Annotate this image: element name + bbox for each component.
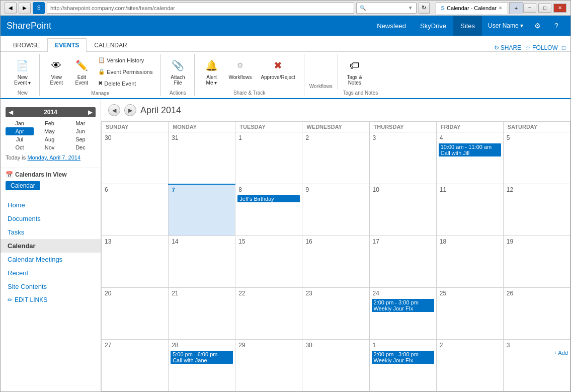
day-apr-20[interactable]: 20 [102,288,169,340]
day-may-3[interactable]: 3 + Add [503,340,570,391]
day-apr-5[interactable]: 5 [503,132,570,184]
mini-cal-nov[interactable]: Nov [34,143,65,151]
maximize-button[interactable]: □ [538,4,551,13]
edit-event-button[interactable]: ✏️ EditEvent [70,55,93,88]
day-apr-25[interactable]: 25 [436,288,503,340]
day-apr-22[interactable]: 22 [235,288,302,340]
day-apr-21[interactable]: 21 [169,288,235,340]
forward-button[interactable]: ▶ [19,2,31,14]
day-apr-17[interactable]: 17 [369,236,436,288]
mini-cal-apr[interactable]: Apr [6,127,34,135]
day-mar-31[interactable]: 31 [169,132,235,184]
day-apr-7-today[interactable]: 7 [169,184,235,236]
day-apr-14[interactable]: 14 [169,236,235,288]
day-apr-1[interactable]: 1 [235,132,302,184]
day-apr-30[interactable]: 30 [302,340,369,391]
day-apr-4[interactable]: 4 10:00 am - 11:00 am Call with Jill [436,132,503,184]
nav-sites[interactable]: Sites [453,16,482,36]
cal-prev-button[interactable]: ◀ [108,104,120,116]
workflows-button[interactable]: ⚙ Workflows [225,55,255,83]
mini-cal-jan[interactable]: Jan [6,119,34,127]
event-jeffs-birthday[interactable]: Jeff's Birthday [237,195,300,202]
day-mar-30[interactable]: 30 [102,132,169,184]
address-bar[interactable]: http://sharepoint.company.com/sites/team… [47,3,354,14]
day-apr-2[interactable]: 2 [302,132,369,184]
approve-reject-button[interactable]: ✖ Approve/Reject [257,55,298,83]
active-tab[interactable]: S Calendar - Calendar ✕ [436,2,508,14]
attach-file-button[interactable]: 📎 AttachFile [166,55,189,88]
day-apr-29[interactable]: 29 [235,340,302,391]
day-apr-16[interactable]: 16 [302,236,369,288]
mini-cal-may[interactable]: May [34,127,65,135]
share-link[interactable]: ↻ SHARE [494,44,521,51]
event-permissions-button[interactable]: 🔒 Event Permissions [95,66,155,77]
nav-calendar[interactable]: Calendar [1,239,101,253]
day-apr-27[interactable]: 27 [102,340,169,391]
search-dropdown[interactable]: ▼ [408,5,413,11]
version-history-button[interactable]: 📋 Version History [95,55,155,65]
calendar-tag[interactable]: Calendar [6,181,40,190]
day-apr-13[interactable]: 13 [102,236,169,288]
day-apr-11[interactable]: 11 [436,184,503,236]
mini-cal-dec[interactable]: Dec [65,143,96,151]
tags-notes-button[interactable]: 🏷 Tags &Notes [343,55,366,88]
help-icon[interactable]: ? [548,18,564,34]
mini-cal-jul[interactable]: Jul [6,135,34,143]
mini-cal-aug[interactable]: Aug [34,135,65,143]
minimize-button[interactable]: − [523,4,536,13]
day-apr-23[interactable]: 23 [302,288,369,340]
event-weekly-jour-fix-may1[interactable]: 2:00 pm - 3:00 pm Weekly Jour FIx [372,351,434,364]
mini-cal-next-button[interactable]: ▶ [88,109,93,116]
mini-cal-jun[interactable]: Jun [65,127,96,135]
delete-event-button[interactable]: ✖ Delete Event [95,78,155,89]
mini-cal-mar[interactable]: Mar [65,119,96,127]
nav-site-contents[interactable]: Site Contents [1,280,101,293]
tab-close-button[interactable]: ✕ [499,6,503,11]
nav-newsfeed[interactable]: Newsfeed [370,16,413,36]
event-call-with-jill[interactable]: 10:00 am - 11:00 am Call with Jill [439,143,501,156]
day-apr-6[interactable]: 6 [102,184,169,236]
day-apr-24[interactable]: 24 2:00 pm - 3:00 pm Weekly Jour FIx [369,288,436,340]
nav-documents[interactable]: Documents [1,212,101,225]
today-link[interactable]: Monday, April 7, 2014 [27,154,80,161]
day-apr-8[interactable]: 8 Jeff's Birthday [235,184,302,236]
fullscreen-icon[interactable]: □ [562,44,565,51]
day-apr-18[interactable]: 18 [436,236,503,288]
day-apr-28[interactable]: 28 5:00 pm - 6:00 pm Call with Jane [169,340,235,391]
mini-cal-sep[interactable]: Sep [65,135,96,143]
nav-calendar-meetings[interactable]: Calendar Meetings [1,253,101,266]
alert-me-button[interactable]: 🔔 AlertMe ▾ [200,55,223,88]
day-may-1[interactable]: 1 2:00 pm - 3:00 pm Weekly Jour FIx [369,340,436,391]
nav-recent[interactable]: Recent [1,266,101,280]
event-weekly-jour-fix-apr24[interactable]: 2:00 pm - 3:00 pm Weekly Jour FIx [372,299,434,312]
nav-tasks[interactable]: Tasks [1,225,101,239]
close-button[interactable]: ✕ [553,4,566,13]
tab-browse[interactable]: BROWSE [6,38,47,52]
view-event-button[interactable]: 👁 ViewEvent [45,55,68,88]
event-call-with-jane[interactable]: 5:00 pm - 6:00 pm Call with Jane [171,351,233,364]
day-apr-15[interactable]: 15 [235,236,302,288]
tab-calendar[interactable]: CALENDAR [87,38,134,52]
mini-cal-feb[interactable]: Feb [34,119,65,127]
back-button[interactable]: ◀ [5,2,17,14]
tab-events[interactable]: EVENTS [47,38,87,52]
nav-home[interactable]: Home [1,198,101,212]
mini-cal-oct[interactable]: Oct [6,143,34,151]
sp-user[interactable]: User Name ▾ [482,22,529,29]
add-event-link[interactable]: + Add [554,350,568,356]
day-apr-12[interactable]: 12 [503,184,570,236]
new-tab-button[interactable]: + [509,2,523,14]
mini-cal-prev-button[interactable]: ◀ [9,109,13,116]
sp-icon-button[interactable]: S [33,2,45,14]
day-apr-26[interactable]: 26 [503,288,570,340]
search-bar[interactable]: 🔍 ▼ [356,3,417,14]
day-apr-9[interactable]: 9 [302,184,369,236]
day-may-2[interactable]: 2 [436,340,503,391]
cal-next-button[interactable]: ▶ [124,104,136,116]
nav-skydrive[interactable]: SkyDrive [413,16,453,36]
edit-links-button[interactable]: ✏ EDIT LINKS [1,293,101,306]
refresh-button[interactable]: ↻ [419,3,430,14]
day-apr-10[interactable]: 10 [369,184,436,236]
new-event-button[interactable]: 📄 NewEvent ▾ [11,55,34,88]
follow-link[interactable]: ☆ FOLLOW [525,44,558,51]
